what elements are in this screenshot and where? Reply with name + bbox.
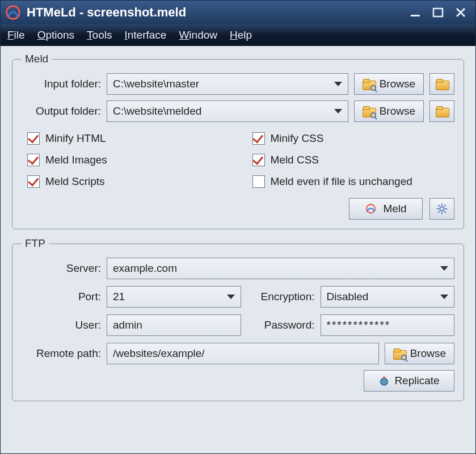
replicate-button[interactable]: Replicate [364,370,454,392]
output-browse-button[interactable]: Browse [354,100,424,122]
menu-tools[interactable]: Tools [87,29,112,41]
folder-search-icon [393,348,406,359]
minimize-button[interactable] [404,4,427,21]
encryption-value: Disabled [327,291,369,303]
input-browse-button[interactable]: Browse [354,73,424,95]
chevron-down-icon [440,266,448,271]
port-value: 21 [113,291,125,303]
meld-css-label: Meld CSS [271,154,319,166]
password-label: Password: [247,319,315,331]
meld-css-checkbox[interactable] [252,154,265,166]
chevron-down-icon [334,82,342,86]
titlebar: HTMeLd - screenshot.meld [1,1,475,24]
meld-scripts-checkbox[interactable] [27,175,40,188]
menubar: File Options Tools Interface Window Help [1,24,475,46]
meld-unchanged-label: Meld even if file is unchanged [271,175,412,188]
user-field[interactable]: admin [107,314,241,336]
minify-html-checkbox[interactable] [27,132,40,145]
svg-line-13 [444,205,446,207]
meld-button[interactable]: Meld [349,198,423,220]
meld-scripts-label: Meld Scripts [45,175,105,188]
folder-search-icon [363,106,375,116]
folder-icon [436,79,448,89]
input-folder-label: Input folder: [22,78,101,90]
meld-legend: Meld [22,53,52,65]
gear-icon [436,203,448,215]
menu-window[interactable]: Window [179,29,217,41]
port-label: Port: [22,291,101,303]
meld-images-label: Meld Images [45,154,107,166]
maximize-button[interactable] [427,4,449,21]
meld-settings-button[interactable] [429,198,454,220]
input-folder-combo[interactable]: C:\website\master [107,73,348,95]
folder-search-icon [363,79,375,89]
remote-browse-button[interactable]: Browse [385,343,454,364]
ftp-group: FTP Server: example.com Port: 21 Encrypt… [12,237,464,401]
input-open-folder-button[interactable] [429,73,454,95]
password-value: ************ [327,319,391,331]
minify-css-checkbox[interactable] [252,132,265,145]
minify-css-label: Minify CSS [271,132,324,145]
output-folder-label: Output folder: [22,105,101,117]
port-combo[interactable]: 21 [107,286,241,308]
output-open-folder-button[interactable] [429,100,454,122]
svg-rect-1 [411,15,420,16]
server-value: example.com [113,262,177,275]
menu-options[interactable]: Options [37,29,74,41]
chevron-down-icon [440,295,448,299]
svg-line-12 [444,211,446,213]
output-folder-value: C:\website\melded [113,105,201,117]
meld-group: Meld Input folder: C:\website\master Bro… [12,53,464,229]
remote-path-field[interactable]: /websites/example/ [107,343,379,364]
remote-path-label: Remote path: [22,347,101,360]
svg-point-6 [440,207,444,211]
ftp-legend: FTP [22,237,49,250]
server-label: Server: [22,262,101,275]
svg-line-11 [438,205,440,207]
svg-line-14 [438,211,440,213]
app-window: HTMeLd - screenshot.meld File Options To… [0,0,476,454]
minify-html-label: Minify HTML [45,132,106,145]
remote-path-value: /websites/example/ [113,347,205,360]
folder-icon [436,106,448,116]
menu-interface[interactable]: Interface [124,29,166,41]
encryption-combo[interactable]: Disabled [321,286,455,308]
chevron-down-icon [334,109,342,114]
password-field[interactable]: ************ [321,314,455,336]
chevron-down-icon [227,295,235,299]
user-label: User: [22,319,101,331]
svg-rect-2 [433,9,443,16]
server-combo[interactable]: example.com [107,258,454,279]
body: Meld Input folder: C:\website\master Bro… [1,46,475,453]
meld-images-checkbox[interactable] [27,154,40,166]
menu-file[interactable]: File [7,29,25,41]
window-title: HTMeLd - screenshot.meld [27,5,186,20]
close-button[interactable] [449,4,472,21]
input-folder-value: C:\website\master [113,78,199,90]
globe-upload-icon [378,375,390,386]
meld-logo-icon [365,203,378,215]
encryption-label: Encryption: [247,291,315,303]
meld-unchanged-checkbox[interactable] [252,175,265,188]
output-folder-combo[interactable]: C:\website\melded [107,100,348,122]
user-value: admin [113,319,142,331]
menu-help[interactable]: Help [230,29,252,41]
app-icon [5,5,21,20]
